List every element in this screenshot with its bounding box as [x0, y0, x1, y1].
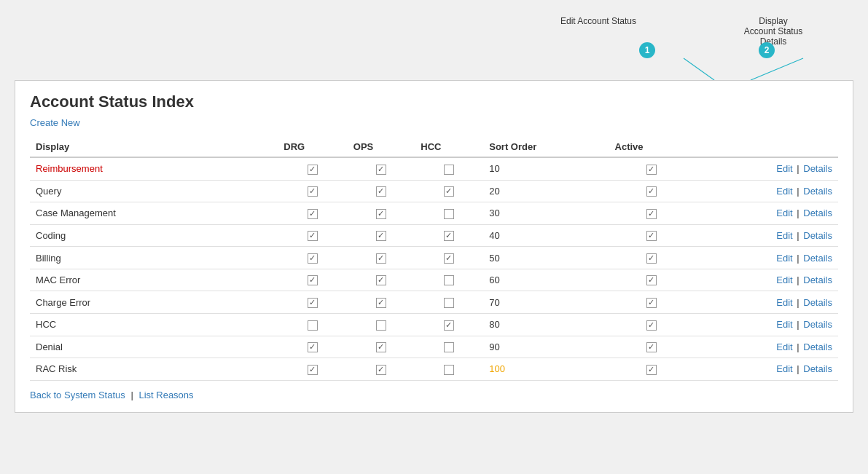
action-separator: |: [794, 341, 802, 352]
badge-2: 2: [759, 42, 775, 58]
details-link[interactable]: Details: [803, 363, 832, 374]
cell-sort-order: 40: [483, 224, 609, 247]
cell-hcc: [415, 313, 483, 336]
checkbox-active: [646, 186, 657, 197]
edit-link[interactable]: Edit: [776, 319, 792, 330]
footer-links: Back to System Status | List Reasons: [30, 390, 838, 400]
details-link[interactable]: Details: [803, 319, 832, 330]
badge-1: 1: [639, 42, 655, 58]
checkbox-active: [646, 298, 657, 308]
checkbox-active: [646, 365, 657, 375]
checkbox-hcc: [444, 209, 454, 219]
edit-link[interactable]: Edit: [776, 253, 792, 264]
cell-ops: [348, 202, 415, 225]
cell-hcc: [415, 224, 483, 247]
cell-display: RAC Risk: [30, 358, 278, 381]
back-to-system-status-link[interactable]: Back to System Status: [30, 390, 125, 400]
checkbox-drg: [308, 231, 318, 241]
cell-actions: Edit | Details: [695, 358, 838, 381]
cell-drg: [278, 224, 347, 247]
edit-link[interactable]: Edit: [776, 341, 792, 352]
checkbox-drg: [308, 165, 318, 175]
cell-hcc: [415, 157, 483, 180]
details-link[interactable]: Details: [803, 274, 832, 285]
checkbox-active: [646, 342, 657, 352]
list-reasons-link[interactable]: List Reasons: [138, 390, 193, 400]
cell-ops: [348, 336, 415, 358]
checkbox-hcc: [444, 165, 454, 175]
checkbox-hcc: [444, 320, 454, 331]
checkbox-drg: [308, 209, 318, 219]
edit-link[interactable]: Edit: [776, 274, 792, 285]
edit-link[interactable]: Edit: [776, 163, 792, 174]
cell-display: Query: [30, 180, 278, 202]
checkbox-drg: [308, 298, 318, 308]
details-link[interactable]: Details: [803, 163, 832, 174]
details-link[interactable]: Details: [803, 230, 832, 241]
cell-active: [609, 202, 695, 225]
table-row: Billing50Edit | Details: [30, 247, 838, 269]
col-sort-order: Sort Order: [483, 137, 609, 157]
edit-link[interactable]: Edit: [776, 208, 792, 218]
checkbox-hcc: [444, 342, 454, 352]
checkbox-active: [646, 320, 657, 331]
table-row: RAC Risk100Edit | Details: [30, 358, 838, 381]
sort-order-value: 100: [489, 363, 505, 374]
cell-hcc: [415, 336, 483, 358]
table-row: MAC Error60Edit | Details: [30, 269, 838, 291]
cell-active: [609, 313, 695, 336]
cell-active: [609, 180, 695, 202]
checkbox-ops: [376, 342, 386, 352]
details-link[interactable]: Details: [803, 253, 832, 264]
cell-display: Coding: [30, 224, 278, 247]
action-separator: |: [794, 274, 802, 285]
cell-display: Case Management: [30, 202, 278, 225]
action-separator: |: [794, 208, 802, 218]
cell-display: MAC Error: [30, 269, 278, 291]
cell-actions: Edit | Details: [695, 336, 838, 358]
table-row: HCC80Edit | Details: [30, 313, 838, 336]
cell-hcc: [415, 358, 483, 381]
cell-actions: Edit | Details: [695, 313, 838, 336]
display-text: Reimbursement: [36, 163, 103, 174]
action-separator: |: [794, 297, 802, 308]
checkbox-ops: [376, 231, 386, 241]
cell-ops: [348, 180, 415, 202]
cell-hcc: [415, 291, 483, 314]
checkbox-ops: [376, 298, 386, 308]
cell-active: [609, 224, 695, 247]
cell-hcc: [415, 269, 483, 291]
cell-ops: [348, 269, 415, 291]
checkbox-hcc: [444, 231, 454, 241]
table-row: Coding40Edit | Details: [30, 224, 838, 247]
details-link[interactable]: Details: [803, 297, 832, 308]
table-row: Case Management30Edit | Details: [30, 202, 838, 225]
col-drg: DRG: [278, 137, 347, 157]
checkbox-active: [646, 209, 657, 219]
cell-display: Charge Error: [30, 291, 278, 314]
cell-actions: Edit | Details: [695, 291, 838, 314]
details-link[interactable]: Details: [803, 341, 832, 352]
cell-drg: [278, 358, 347, 381]
checkbox-drg: [308, 320, 318, 331]
cell-hcc: [415, 180, 483, 202]
cell-active: [609, 157, 695, 180]
action-separator: |: [794, 230, 802, 241]
cell-drg: [278, 202, 347, 225]
cell-sort-order: 80: [483, 313, 609, 336]
edit-link[interactable]: Edit: [776, 297, 792, 308]
cell-sort-order: 100: [483, 358, 609, 381]
edit-link[interactable]: Edit: [776, 230, 792, 241]
checkbox-hcc: [444, 253, 454, 264]
details-link[interactable]: Details: [803, 208, 832, 218]
checkbox-drg: [308, 253, 318, 264]
cell-display: Reimbursement: [30, 157, 278, 180]
checkbox-ops: [376, 275, 386, 285]
edit-link[interactable]: Edit: [776, 363, 792, 374]
details-link[interactable]: Details: [803, 186, 832, 197]
col-active: Active: [609, 137, 695, 157]
create-new-link[interactable]: Create New: [30, 117, 80, 128]
cell-actions: Edit | Details: [695, 180, 838, 202]
edit-link[interactable]: Edit: [776, 186, 792, 197]
cell-actions: Edit | Details: [695, 157, 838, 180]
